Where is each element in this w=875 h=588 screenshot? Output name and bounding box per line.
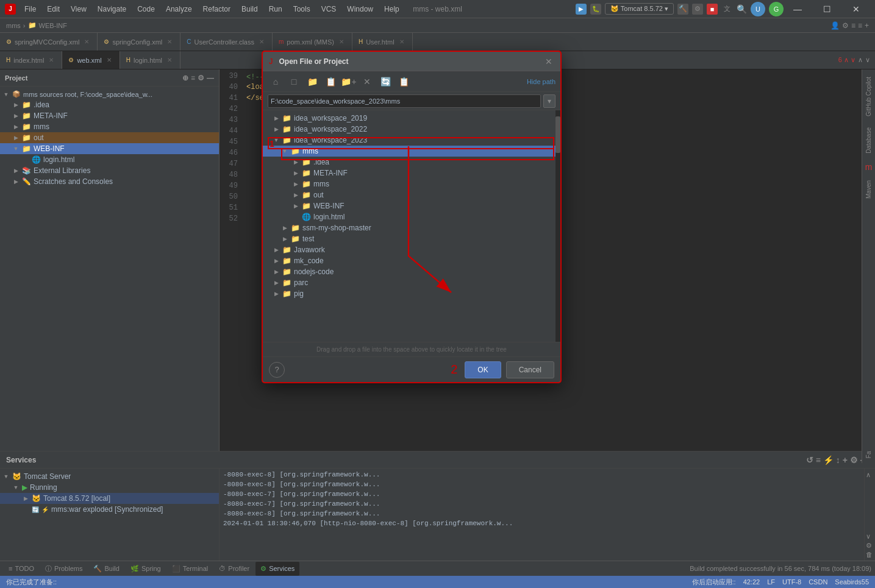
tab-usercontroller[interactable]: C UserController.class ✕: [180, 33, 273, 51]
tab-close-icon[interactable]: ✕: [82, 38, 91, 46]
menu-view[interactable]: View: [66, 4, 91, 15]
tab-login-html[interactable]: H login.html ✕: [120, 51, 180, 69]
bottom-tab-problems[interactable]: ⓘ Problems: [40, 562, 87, 576]
tree-item-root[interactable]: ▼ 📦 mms sources root, F:\code_space\idea…: [0, 89, 219, 99]
dialog-item-idea[interactable]: ▶ 📁 .idea: [263, 157, 560, 168]
nav-back-icon[interactable]: 👤: [830, 21, 840, 30]
tab-close-icon3[interactable]: ✕: [257, 38, 266, 46]
dialog-item-webinf-d[interactable]: ▶ 📁 WEB-INF: [263, 200, 560, 211]
dialog-home-button[interactable]: ⌂: [268, 74, 284, 90]
tree-item-extlibs[interactable]: ▶ 📚 External Libraries: [0, 165, 219, 176]
menu-tools[interactable]: Tools: [288, 4, 315, 15]
dialog-path-input[interactable]: [268, 94, 541, 108]
tomcat-selector[interactable]: 🐱 Tomcat 8.5.72 ▾: [605, 3, 674, 15]
dialog-delete-button[interactable]: ✕: [359, 74, 375, 90]
right-panel-maven[interactable]: Maven: [864, 175, 873, 204]
scroll-up-btn[interactable]: ∧: [866, 471, 874, 479]
stop-button[interactable]: ■: [707, 4, 718, 15]
right-panel-m[interactable]: m: [863, 160, 875, 174]
tab-close-icon7[interactable]: ✕: [105, 56, 113, 65]
services-gear-icon[interactable]: ⚙: [850, 455, 858, 465]
bottom-tab-terminal[interactable]: ⬛ Terminal: [167, 562, 213, 576]
tab-index-html[interactable]: H index.html ✕: [0, 51, 62, 69]
scroll-down-btn[interactable]: ∨: [866, 533, 874, 540]
dialog-new-folder-button[interactable]: 📁+: [341, 74, 357, 90]
bottom-tab-services[interactable]: ⚙ Services: [255, 562, 299, 576]
dialog-item-pig[interactable]: ▶ 📁 pig: [263, 288, 560, 299]
menu-navigate[interactable]: Navigate: [93, 4, 131, 15]
tree-item-scratches[interactable]: ▶ ✏️ Scratches and Consoles: [0, 176, 219, 187]
dialog-item-test[interactable]: ▶ 📁 test: [263, 233, 560, 244]
dialog-item-javawork[interactable]: ▶ 📁 Javawork: [263, 244, 560, 255]
dialog-ok-button[interactable]: OK: [465, 361, 501, 378]
menu-run[interactable]: Run: [264, 4, 287, 15]
tab-close-icon2[interactable]: ✕: [165, 38, 174, 46]
tab-close-icon6[interactable]: ✕: [47, 56, 55, 65]
tab-close-icon4[interactable]: ✕: [337, 38, 346, 46]
bottom-tab-profiler[interactable]: ⏱ Profiler: [214, 562, 254, 576]
services-refresh-icon[interactable]: ↺: [806, 455, 813, 465]
right-panel-database[interactable]: Database: [864, 122, 873, 158]
dialog-hide-path-button[interactable]: Hide path: [527, 78, 555, 85]
dialog-item-mms-sub[interactable]: ▶ 📁 mms: [263, 179, 560, 190]
dialog-scrollbar[interactable]: [555, 110, 560, 342]
tab-springconfig[interactable]: ⚙ springConfig.xml ✕: [98, 33, 180, 51]
dialog-item-ssm[interactable]: ▶ 📁 ssm-my-shop-master: [263, 222, 560, 233]
minimize-button[interactable]: —: [784, 1, 812, 18]
tab-user-html[interactable]: H User.html ✕: [352, 33, 413, 51]
breadcrumb-tool-icon[interactable]: ⚙: [842, 21, 849, 30]
breadcrumb-item[interactable]: mms: [6, 22, 21, 29]
tree-item-out[interactable]: ▶ 📁 out: [0, 132, 219, 143]
close-button[interactable]: ✕: [842, 1, 870, 18]
dialog-copy2-button[interactable]: 📋: [396, 74, 412, 90]
breadcrumb-item2[interactable]: WEB-INF: [39, 22, 67, 29]
bottom-tab-spring[interactable]: 🌿 Spring: [126, 562, 166, 576]
dialog-scrollbar-thumb[interactable]: [555, 116, 560, 153]
menu-edit[interactable]: Edit: [42, 4, 65, 15]
maximize-button[interactable]: ☐: [813, 1, 841, 18]
dialog-path-dropdown-button[interactable]: ▾: [543, 94, 555, 108]
dialog-item-workspace2022[interactable]: ▶ 📁 idea_workspace_2022: [263, 124, 560, 135]
dialog-desktop-button[interactable]: □: [286, 74, 302, 90]
tab-springmvcconfig[interactable]: ⚙ springMVCConfig.xml ✕: [0, 33, 98, 51]
settings-button[interactable]: ⚙: [692, 4, 703, 15]
services-add-icon[interactable]: +: [843, 455, 848, 465]
scroll-down-icon[interactable]: ∨: [865, 56, 870, 64]
sidebar-gear-icon[interactable]: ⚙: [198, 74, 204, 82]
dialog-item-workspace2023[interactable]: ▼ 📁 idea_workspace_2023: [263, 135, 560, 146]
services-list-icon[interactable]: ≡: [816, 455, 821, 465]
scroll-clear-btn[interactable]: 🗑: [866, 551, 874, 558]
services-sort-icon[interactable]: ↕: [836, 455, 840, 465]
sidebar-add-icon[interactable]: ⊕: [182, 74, 188, 82]
svc-tree-war[interactable]: 🔄 ⚡ mms:war exploded [Synchronized]: [0, 504, 219, 515]
svc-tree-running[interactable]: ▼ ▶ Running: [0, 482, 219, 493]
menu-file[interactable]: File: [20, 4, 41, 15]
tree-item-webinf[interactable]: ▼ 📁 WEB-INF: [0, 143, 219, 154]
right-panel-copilot[interactable]: GitHub Copilot: [864, 72, 873, 121]
scroll-tools-btn[interactable]: ⚙: [866, 542, 874, 550]
tab-web-xml[interactable]: ⚙ web.xml ✕: [62, 51, 120, 69]
dialog-refresh-button[interactable]: 🔄: [377, 74, 393, 90]
tree-item-idea[interactable]: ▶ 📁 .idea: [0, 99, 219, 110]
svc-tree-tomcat-local[interactable]: ▶ 🐱 Tomcat 8.5.72 [local]: [0, 493, 219, 504]
services-filter-icon[interactable]: ⚡: [823, 455, 834, 465]
menu-code[interactable]: Code: [132, 4, 160, 15]
tab-close-icon8[interactable]: ✕: [165, 56, 174, 65]
dialog-folder-button[interactable]: 📁: [304, 74, 320, 90]
menu-build[interactable]: Build: [237, 4, 263, 15]
bottom-tab-todo[interactable]: ≡ TODO: [4, 562, 39, 576]
sidebar-list-icon[interactable]: ≡: [191, 74, 195, 82]
breadcrumb-plus-icon[interactable]: +: [865, 21, 869, 30]
dialog-tree[interactable]: ▶ 📁 idea_workspace_2019 ▶ 📁 idea_workspa…: [263, 110, 560, 342]
scroll-up-icon[interactable]: ∧: [858, 56, 863, 64]
translate-icon[interactable]: 文: [721, 4, 732, 15]
build-button[interactable]: 🔨: [677, 4, 688, 15]
menu-help[interactable]: Help: [379, 4, 404, 15]
dialog-cancel-button[interactable]: Cancel: [506, 361, 554, 378]
dialog-item-parc[interactable]: ▶ 📁 parc: [263, 277, 560, 288]
search-icon[interactable]: 🔍: [736, 4, 747, 15]
tab-pom[interactable]: m pom.xml (MMS) ✕: [273, 33, 352, 51]
services-log[interactable]: -8080-exec-8] [org.springframework.w... …: [220, 469, 864, 561]
tree-item-mms[interactable]: ▶ 📁 mms: [0, 121, 219, 132]
tab-close-icon5[interactable]: ✕: [398, 38, 406, 46]
